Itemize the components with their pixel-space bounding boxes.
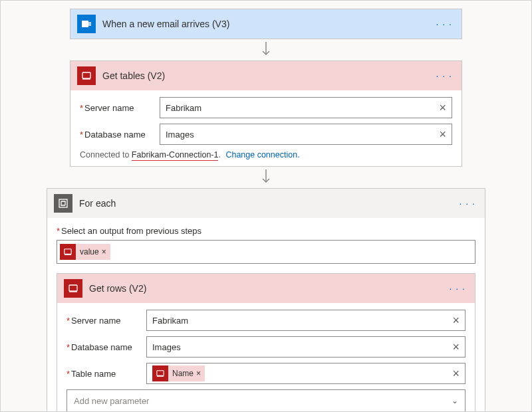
connection-name: Fabrikam-Connection-1 xyxy=(132,150,219,161)
sql-icon xyxy=(64,279,82,298)
trigger-card[interactable]: When a new email arrives (V3) · · · xyxy=(70,9,462,39)
get-rows-card: Get rows (V2) · · · *Server name Fabrika… xyxy=(57,273,475,412)
clear-icon[interactable]: × xyxy=(452,314,460,328)
sql-icon xyxy=(60,244,76,260)
clear-icon[interactable]: × xyxy=(439,128,446,142)
get-rows-menu-button[interactable]: · · · xyxy=(447,283,468,294)
server-name-input[interactable]: Fabrikam × xyxy=(160,97,452,118)
arrow-connector-icon xyxy=(14,42,518,58)
svg-rect-3 xyxy=(82,72,90,78)
sql-icon xyxy=(77,66,96,85)
server-name-label: *Server name xyxy=(66,316,146,326)
server-name-input[interactable]: Fabrikam × xyxy=(146,310,466,331)
for-each-card: For each · · · *Select an output from pr… xyxy=(47,188,485,412)
trigger-header[interactable]: When a new email arrives (V3) · · · xyxy=(70,9,462,39)
connection-info: Connected to Fabrikam-Connection-1. Chan… xyxy=(80,150,452,159)
svg-rect-9 xyxy=(69,285,77,291)
add-parameter-dropdown[interactable]: Add new parameter ⌄ xyxy=(66,389,466,412)
clear-icon[interactable]: × xyxy=(452,340,460,354)
svg-rect-7 xyxy=(65,249,71,255)
select-output-input[interactable]: value × xyxy=(57,240,475,264)
sql-icon xyxy=(152,365,168,381)
for-each-menu-button[interactable]: · · · xyxy=(457,198,478,209)
loop-icon xyxy=(54,194,72,213)
arrow-connector-icon xyxy=(14,169,518,185)
table-name-input[interactable]: Name × × xyxy=(146,363,466,384)
svg-rect-1 xyxy=(85,22,91,26)
trigger-title: When a new email arrives (V3) xyxy=(102,19,427,29)
database-name-label: *Database name xyxy=(80,130,160,140)
trigger-menu-button[interactable]: · · · xyxy=(434,19,455,29)
get-rows-header[interactable]: Get rows (V2) · · · xyxy=(57,274,475,303)
outlook-icon xyxy=(77,15,96,33)
database-name-input[interactable]: Images × xyxy=(160,124,452,145)
table-name-label: *Table name xyxy=(66,369,146,379)
clear-icon[interactable]: × xyxy=(452,367,460,381)
clear-icon[interactable]: × xyxy=(439,101,446,115)
change-connection-link[interactable]: Change connection. xyxy=(225,150,299,159)
database-name-input[interactable]: Images × xyxy=(146,336,466,358)
server-name-label: *Server name xyxy=(80,103,160,113)
name-token[interactable]: Name × xyxy=(152,365,205,381)
get-tables-card: Get tables (V2) · · · *Server name Fabri… xyxy=(70,60,462,167)
svg-rect-6 xyxy=(59,199,67,207)
get-tables-title: Get tables (V2) xyxy=(102,70,427,81)
get-rows-title: Get rows (V2) xyxy=(89,283,440,294)
svg-rect-11 xyxy=(157,371,164,376)
remove-token-icon[interactable]: × xyxy=(102,247,106,257)
for-each-title: For each xyxy=(79,198,450,209)
remove-token-icon[interactable]: × xyxy=(196,369,201,378)
value-token[interactable]: value × xyxy=(60,244,110,260)
database-name-label: *Database name xyxy=(66,342,146,352)
get-tables-menu-button[interactable]: · · · xyxy=(434,70,455,81)
select-output-label: *Select an output from previous steps xyxy=(57,226,475,236)
for-each-header[interactable]: For each · · · xyxy=(47,189,485,218)
chevron-down-icon: ⌄ xyxy=(452,396,458,405)
get-tables-header[interactable]: Get tables (V2) · · · xyxy=(70,61,462,90)
